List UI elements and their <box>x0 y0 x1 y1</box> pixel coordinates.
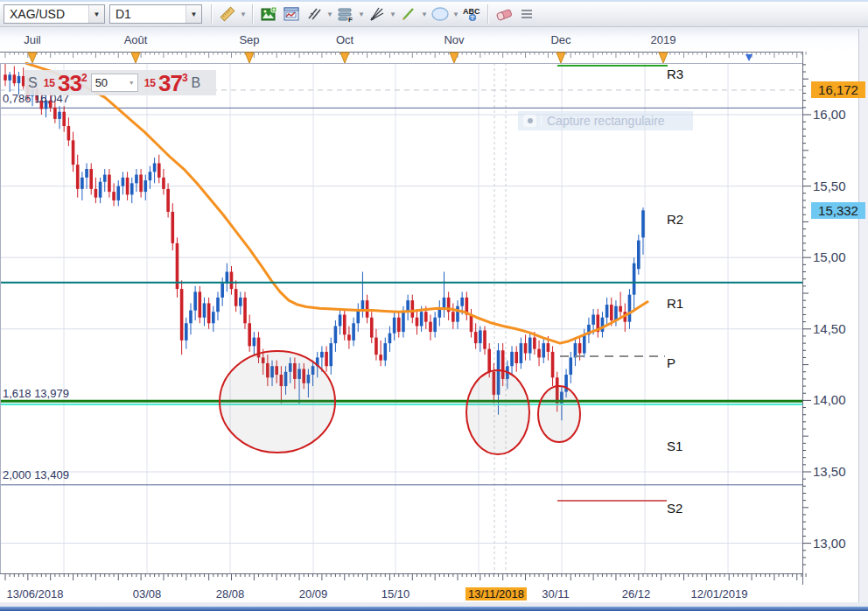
candle-body[interactable] <box>99 182 102 198</box>
month-marker-icon[interactable] <box>556 53 565 63</box>
annotation-ellipse[interactable] <box>220 351 335 453</box>
candle-body[interactable] <box>158 163 161 177</box>
candle-body[interactable] <box>253 338 256 347</box>
candle-body[interactable] <box>452 312 455 321</box>
candle-body[interactable] <box>94 189 98 198</box>
chevron-down-icon[interactable]: ▼ <box>129 80 137 86</box>
candle-body[interactable] <box>433 318 437 332</box>
sell-price-big[interactable]: 33 <box>58 72 81 95</box>
candle-body[interactable] <box>397 318 401 332</box>
candle-body[interactable] <box>551 352 555 377</box>
candle-body[interactable] <box>248 323 251 346</box>
candle-body[interactable] <box>641 210 645 237</box>
candle-body[interactable] <box>374 338 378 355</box>
quantity-field[interactable]: 50 ▼ <box>91 74 138 92</box>
moving-average-50[interactable] <box>26 63 648 343</box>
fibonacci-tool-button[interactable]: F <box>335 4 356 25</box>
candle-body[interactable] <box>533 338 536 349</box>
candle-body[interactable] <box>628 295 632 322</box>
candle-body[interactable] <box>135 175 138 184</box>
candle-body[interactable] <box>470 314 473 332</box>
candle-body[interactable] <box>180 289 184 341</box>
candle-body[interactable] <box>89 169 93 189</box>
candle-body[interactable] <box>325 352 328 366</box>
trendlines-tool-button[interactable] <box>304 4 325 25</box>
candle-body[interactable] <box>153 163 157 172</box>
month-marker-icon[interactable] <box>340 53 349 63</box>
candle-body[interactable] <box>122 178 125 186</box>
eraser-button[interactable] <box>494 4 514 25</box>
candle-body[interactable] <box>352 323 355 341</box>
candle-body[interactable] <box>103 175 107 182</box>
candle-body[interactable] <box>80 178 84 189</box>
candle-body[interactable] <box>144 180 147 192</box>
candle-body[interactable] <box>393 318 396 334</box>
chevron-down-icon[interactable]: ▼ <box>88 5 104 23</box>
timeframe-select[interactable]: D1 ▼ <box>109 4 202 24</box>
month-marker-icon[interactable] <box>131 53 140 63</box>
candle-body[interactable] <box>479 330 482 343</box>
candle-body[interactable] <box>614 306 618 320</box>
candle-body[interactable] <box>4 74 7 81</box>
quantity-value[interactable]: 50 <box>92 76 129 89</box>
candle-body[interactable] <box>67 126 71 140</box>
candle-body[interactable] <box>339 314 342 326</box>
candle-body[interactable] <box>416 318 419 327</box>
annotation-ellipse[interactable] <box>538 386 580 442</box>
candle-body[interactable] <box>193 291 197 310</box>
candle-body[interactable] <box>383 343 387 361</box>
month-marker-icon[interactable] <box>245 53 254 63</box>
chevron-down-icon[interactable]: ▼ <box>388 11 397 18</box>
candle-body[interactable] <box>76 165 80 189</box>
month-marker-icon[interactable] <box>659 53 668 63</box>
candle-body[interactable] <box>379 355 382 361</box>
candle-body[interactable] <box>212 312 215 323</box>
candle-body[interactable] <box>483 330 486 348</box>
candle-body[interactable] <box>13 74 17 83</box>
candle-body[interactable] <box>139 175 143 193</box>
candle-body[interactable] <box>610 305 613 320</box>
candle-body[interactable] <box>189 311 192 324</box>
candle-body[interactable] <box>149 172 152 180</box>
vertical-scrollbar[interactable] <box>858 29 868 607</box>
candle-body[interactable] <box>606 305 609 318</box>
candle-body[interactable] <box>510 352 514 366</box>
candle-body[interactable] <box>334 327 338 344</box>
candle-body[interactable] <box>171 212 174 243</box>
candle-body[interactable] <box>112 192 116 200</box>
ruler-tool-button[interactable] <box>217 4 238 25</box>
candle-body[interactable] <box>53 108 57 119</box>
candle-body[interactable] <box>569 357 572 375</box>
chevron-down-icon[interactable]: ▼ <box>239 11 248 18</box>
candle-body[interactable] <box>528 338 532 354</box>
candle-body[interactable] <box>487 349 491 372</box>
candle-body[interactable] <box>203 303 206 317</box>
ellipse-tool-button[interactable] <box>430 4 451 25</box>
candle-body[interactable] <box>130 183 134 194</box>
text-tool-button[interactable]: ABC <box>461 4 482 25</box>
candle-body[interactable] <box>185 323 188 341</box>
candle-body[interactable] <box>243 298 247 323</box>
candle-body[interactable] <box>347 334 351 341</box>
candle-body[interactable] <box>637 241 640 270</box>
candle-body[interactable] <box>633 263 636 295</box>
chevron-down-icon[interactable]: ▼ <box>186 5 201 23</box>
candle-body[interactable] <box>108 175 111 193</box>
candle-body[interactable] <box>58 112 61 119</box>
candle-body[interactable] <box>216 298 220 312</box>
candle-body[interactable] <box>583 334 586 353</box>
candle-body[interactable] <box>62 112 66 126</box>
candle-body[interactable] <box>8 74 11 81</box>
candle-body[interactable] <box>162 178 165 189</box>
candle-body[interactable] <box>460 298 464 306</box>
chevron-down-icon[interactable]: ▼ <box>357 11 366 18</box>
candle-body[interactable] <box>370 318 374 338</box>
annotation-ellipse[interactable] <box>466 370 529 454</box>
candle-body[interactable] <box>424 312 428 321</box>
candle-body[interactable] <box>619 306 622 313</box>
chevron-down-icon[interactable]: ▼ <box>326 11 334 18</box>
month-marker-icon[interactable] <box>28 53 37 63</box>
candle-body[interactable] <box>361 300 365 309</box>
candle-body[interactable] <box>537 349 541 358</box>
candle-body[interactable] <box>234 289 238 306</box>
